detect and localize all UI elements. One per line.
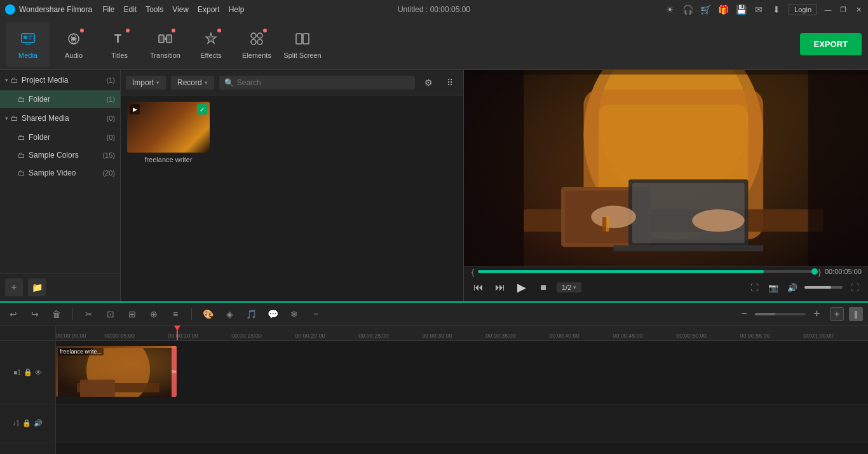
svg-point-6 [72, 37, 76, 41]
add-track-button[interactable]: ＋ [830, 307, 844, 321]
menu-help[interactable]: Help [229, 5, 245, 14]
project-media-folder[interactable]: 🗀 Folder (1) [0, 90, 120, 108]
transform-button[interactable]: ⊞ [124, 306, 140, 322]
maximize-button[interactable]: ❐ [839, 5, 848, 14]
stop-button[interactable]: ■ [535, 279, 552, 296]
timeline: ↩ ↪ 🗑 ✂ ⊡ ⊞ ⊕ ≡ 🎨 ◈ 🎵 💬 ❄ － － ＋ ＋ ‖ [0, 301, 868, 454]
audio-track-header: ♪1 🔒 🔊 [0, 404, 55, 443]
tl-separator-2 [191, 308, 192, 320]
toolbar-splitscreen[interactable]: Split Screen [281, 22, 324, 67]
import-dropdown[interactable]: Import ▾ [126, 76, 166, 90]
folder-label: Folder [29, 95, 107, 104]
skip-back-button[interactable]: ⏮ [470, 279, 487, 296]
adjust-button[interactable]: ≡ [167, 306, 184, 322]
minimize-button[interactable]: — [824, 5, 832, 14]
zoom-slider[interactable] [755, 313, 806, 315]
audio-lock-icon[interactable]: 🔒 [22, 419, 31, 427]
volume-icon[interactable]: 🔊 [785, 280, 799, 294]
shared-folder[interactable]: 🗀 Folder (0) [0, 128, 120, 146]
grid-view-icon[interactable]: ⠿ [442, 74, 458, 91]
track-lock-icon[interactable]: 🔒 [24, 368, 32, 376]
progress-track[interactable] [478, 270, 814, 273]
redo-button[interactable]: ↪ [27, 306, 43, 322]
svg-point-11 [251, 33, 256, 38]
elements-label: Elements [242, 52, 271, 59]
headphones-icon[interactable]: 🎧 [682, 4, 693, 15]
filter-icon[interactable]: ⚙ [420, 74, 437, 91]
expand-icon[interactable]: ⛶ [848, 280, 862, 294]
titles-label: Titles [111, 52, 128, 59]
project-media-header[interactable]: ▾ 🗀 Project Media (1) [0, 70, 120, 90]
sample-video-icon: 🗀 [18, 169, 25, 177]
new-folder-button[interactable]: 📁 [28, 279, 46, 296]
audio-header-row: ♪1 🔒 🔊 [13, 419, 43, 427]
menu-export[interactable]: Export [198, 5, 220, 14]
audio-button[interactable]: 🎵 [243, 306, 259, 322]
svg-rect-8 [159, 35, 164, 43]
login-button[interactable]: Login [789, 4, 817, 15]
export-button[interactable]: EXPORT [800, 33, 862, 55]
record-dropdown[interactable]: Record ▾ [171, 76, 214, 90]
minus-icon[interactable]: － [308, 306, 324, 322]
record-label: Record [177, 78, 202, 87]
step-back-button[interactable]: ⏭ [492, 279, 508, 296]
svg-rect-1 [24, 36, 27, 39]
subtitle-button[interactable]: 💬 [264, 306, 281, 322]
gift-icon[interactable]: 🎁 [717, 4, 729, 15]
zoom-in-button[interactable]: ＋ [808, 306, 825, 322]
timeline-pause-button[interactable]: ‖ [849, 307, 863, 321]
mask-button[interactable]: ◈ [221, 306, 238, 322]
freeze-button[interactable]: ❄ [286, 306, 302, 322]
download-icon[interactable]: ⬇ [771, 4, 782, 15]
preview-video [464, 70, 868, 266]
close-button[interactable]: ✕ [854, 5, 863, 14]
cart-icon[interactable]: 🛒 [700, 4, 711, 15]
preview-controls: { } 00:00:05:00 ⏮ ⏭ ▶ ■ 1/2 ▾ ⛶ 📷 [464, 266, 868, 301]
tracks-wrapper[interactable]: 00:00:00:00 00:00:05:00 00:00:10:00 00:0… [56, 326, 868, 454]
sample-colors[interactable]: 🗀 Sample Colors (15) [0, 146, 120, 164]
volume-slider[interactable] [804, 286, 843, 289]
track-eye-icon[interactable]: 👁 [35, 369, 42, 376]
sample-video[interactable]: 🗀 Sample Video (20) [0, 164, 120, 182]
speed-button[interactable]: ⊕ [146, 306, 162, 322]
effects-label: Effects [200, 52, 221, 59]
menu-tools[interactable]: Tools [146, 5, 163, 14]
zoom-out-button[interactable]: － [736, 306, 752, 322]
transition-label: Transition [150, 52, 180, 59]
toolbar-media[interactable]: Media [6, 22, 50, 67]
playback-speed-selector[interactable]: 1/2 ▾ [557, 282, 581, 292]
delete-button[interactable]: 🗑 [48, 306, 65, 322]
toolbar-elements[interactable]: Elements [235, 22, 278, 67]
toolbar-titles[interactable]: T Titles [98, 22, 141, 67]
toolbar-transition[interactable]: Transition [144, 22, 187, 67]
save-icon[interactable]: 💾 [735, 4, 747, 15]
media-thumb: ▶ ✓ [127, 102, 210, 153]
fullscreen-icon[interactable]: ⛶ [747, 280, 761, 294]
search-icon: 🔍 [224, 78, 234, 87]
cut-button[interactable]: ✂ [81, 306, 97, 322]
menu-edit[interactable]: Edit [124, 5, 137, 14]
audio-sound-icon[interactable]: 🔊 [34, 419, 43, 427]
toolbar-effects[interactable]: Effects [189, 22, 233, 67]
crop-button[interactable]: ⊡ [102, 306, 119, 322]
video-clip[interactable]: freelance write... ✂ [56, 346, 177, 397]
left-panel: ▾ 🗀 Project Media (1) 🗀 Folder (1) ▾ 🗀 S… [0, 70, 121, 301]
clip-end-handle[interactable]: ✂ [172, 346, 177, 397]
mail-icon[interactable]: ✉ [753, 4, 764, 15]
search-input[interactable] [237, 78, 410, 87]
menu-file[interactable]: File [102, 5, 114, 14]
color-button[interactable]: 🎨 [200, 306, 216, 322]
brightness-icon[interactable]: ☀ [664, 4, 675, 15]
undo-button[interactable]: ↩ [5, 306, 22, 322]
toolbar: Media Audio T Titles [0, 19, 868, 70]
add-media-button[interactable]: ＋ [5, 279, 23, 296]
toolbar-audio[interactable]: Audio [52, 22, 95, 67]
media-item-freelance[interactable]: ▶ ✓ freelance writer [127, 102, 210, 163]
shared-media-header[interactable]: ▾ 🗀 Shared Media (0) [0, 108, 120, 128]
play-button[interactable]: ▶ [513, 279, 530, 296]
screenshot-icon[interactable]: 📷 [766, 280, 780, 294]
search-box: 🔍 [219, 76, 415, 90]
project-media-title: Project Media [22, 76, 107, 85]
import-label: Import [132, 78, 154, 87]
menu-view[interactable]: View [172, 5, 189, 14]
